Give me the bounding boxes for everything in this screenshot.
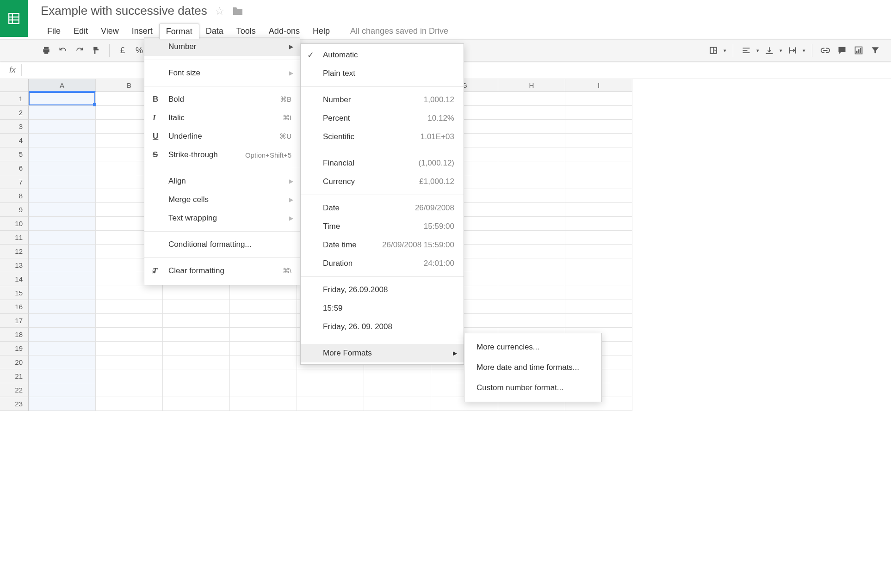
cell[interactable] xyxy=(96,328,163,342)
number-item-custom-1[interactable]: 15:59 xyxy=(301,299,464,318)
select-all-corner[interactable] xyxy=(0,79,29,92)
cell[interactable] xyxy=(163,397,230,411)
cell[interactable] xyxy=(498,120,565,134)
folder-icon[interactable] xyxy=(232,6,243,16)
cell[interactable] xyxy=(498,231,565,245)
cell[interactable] xyxy=(498,217,565,231)
cell[interactable] xyxy=(230,397,297,411)
cell[interactable] xyxy=(29,245,96,258)
row-header[interactable]: 2 xyxy=(0,106,29,120)
cell[interactable] xyxy=(498,134,565,147)
menu-item-wrap[interactable]: Text wrapping▶ xyxy=(144,209,300,227)
menu-help[interactable]: Help xyxy=(306,24,336,39)
cell[interactable] xyxy=(29,300,96,314)
cell[interactable] xyxy=(565,314,632,328)
doc-title[interactable]: Example with successive dates xyxy=(41,4,207,18)
cell[interactable] xyxy=(96,342,163,355)
row-header[interactable]: 17 xyxy=(0,314,29,328)
row-header[interactable]: 8 xyxy=(0,189,29,203)
cell[interactable] xyxy=(364,397,431,411)
cell[interactable] xyxy=(565,300,632,314)
cell[interactable] xyxy=(498,300,565,314)
custom-number-format[interactable]: Custom number format... xyxy=(464,378,601,398)
cell[interactable] xyxy=(29,134,96,147)
number-item-more-formats[interactable]: More Formats▶ xyxy=(301,344,464,362)
menu-item-align[interactable]: Align▶ xyxy=(144,172,300,190)
row-header[interactable]: 22 xyxy=(0,383,29,397)
cell[interactable] xyxy=(565,245,632,258)
number-item-scientific[interactable]: Scientific1.01E+03 xyxy=(301,128,464,146)
cell[interactable] xyxy=(498,175,565,189)
menu-item-conditional[interactable]: Conditional formatting... xyxy=(144,235,300,254)
cell[interactable] xyxy=(29,369,96,383)
menu-edit[interactable]: Edit xyxy=(67,24,94,39)
cell[interactable] xyxy=(498,161,565,175)
menu-item-number[interactable]: Number▶ xyxy=(144,37,300,56)
row-header[interactable]: 4 xyxy=(0,134,29,147)
align-icon[interactable] xyxy=(740,44,753,57)
menu-item-strike[interactable]: SStrike-throughOption+Shift+5 xyxy=(144,146,300,164)
cell[interactable] xyxy=(29,383,96,397)
cell[interactable] xyxy=(96,314,163,328)
cell[interactable] xyxy=(230,300,297,314)
row-header[interactable]: 12 xyxy=(0,245,29,258)
row-header[interactable]: 1 xyxy=(0,92,29,106)
menu-item-clear-formatting[interactable]: T✕Clear formatting⌘\ xyxy=(144,262,300,280)
cell[interactable] xyxy=(498,203,565,217)
cell[interactable] xyxy=(565,106,632,120)
cell[interactable] xyxy=(29,92,96,106)
chart-icon[interactable] xyxy=(852,44,865,57)
cell[interactable] xyxy=(29,355,96,369)
link-icon[interactable] xyxy=(819,44,832,57)
cell[interactable] xyxy=(565,120,632,134)
menu-item-font-size[interactable]: Font size▶ xyxy=(144,64,300,82)
cell[interactable] xyxy=(498,286,565,300)
cell[interactable] xyxy=(29,272,96,286)
cell[interactable] xyxy=(29,120,96,134)
cell[interactable] xyxy=(230,369,297,383)
cell[interactable] xyxy=(29,147,96,161)
filter-icon[interactable] xyxy=(869,44,882,57)
cell[interactable] xyxy=(29,175,96,189)
cell[interactable] xyxy=(29,397,96,411)
column-header[interactable]: I xyxy=(565,79,632,92)
row-header[interactable]: 7 xyxy=(0,175,29,189)
row-header[interactable]: 6 xyxy=(0,161,29,175)
menu-file[interactable]: File xyxy=(41,24,67,39)
cell[interactable] xyxy=(29,189,96,203)
cell[interactable] xyxy=(29,161,96,175)
cell[interactable] xyxy=(29,203,96,217)
row-header[interactable]: 19 xyxy=(0,342,29,355)
row-header[interactable]: 18 xyxy=(0,328,29,342)
cell[interactable] xyxy=(230,355,297,369)
row-header[interactable]: 11 xyxy=(0,231,29,245)
row-header[interactable]: 15 xyxy=(0,286,29,300)
cell[interactable] xyxy=(498,258,565,272)
number-item-financial[interactable]: Financial(1,000.12) xyxy=(301,154,464,172)
menu-view[interactable]: View xyxy=(94,24,125,39)
cell[interactable] xyxy=(498,189,565,203)
cell[interactable] xyxy=(29,258,96,272)
cell[interactable] xyxy=(163,355,230,369)
star-icon[interactable]: ☆ xyxy=(215,5,225,18)
number-item-date[interactable]: Date26/09/2008 xyxy=(301,199,464,217)
comment-icon[interactable] xyxy=(835,44,848,57)
paint-format-icon[interactable] xyxy=(90,44,103,57)
row-header[interactable]: 10 xyxy=(0,217,29,231)
cell[interactable] xyxy=(29,342,96,355)
number-item-plain[interactable]: Plain text xyxy=(301,64,464,83)
number-item-duration[interactable]: Duration24:01:00 xyxy=(301,254,464,273)
cell[interactable] xyxy=(498,147,565,161)
cell[interactable] xyxy=(565,272,632,286)
cell[interactable] xyxy=(230,342,297,355)
cell[interactable] xyxy=(163,383,230,397)
cell[interactable] xyxy=(565,189,632,203)
cell[interactable] xyxy=(565,286,632,300)
cell[interactable] xyxy=(163,286,230,300)
cell[interactable] xyxy=(96,286,163,300)
currency-button[interactable]: £ xyxy=(116,44,129,57)
cell[interactable] xyxy=(163,369,230,383)
cell[interactable] xyxy=(96,383,163,397)
cell[interactable] xyxy=(96,369,163,383)
cell[interactable] xyxy=(565,203,632,217)
